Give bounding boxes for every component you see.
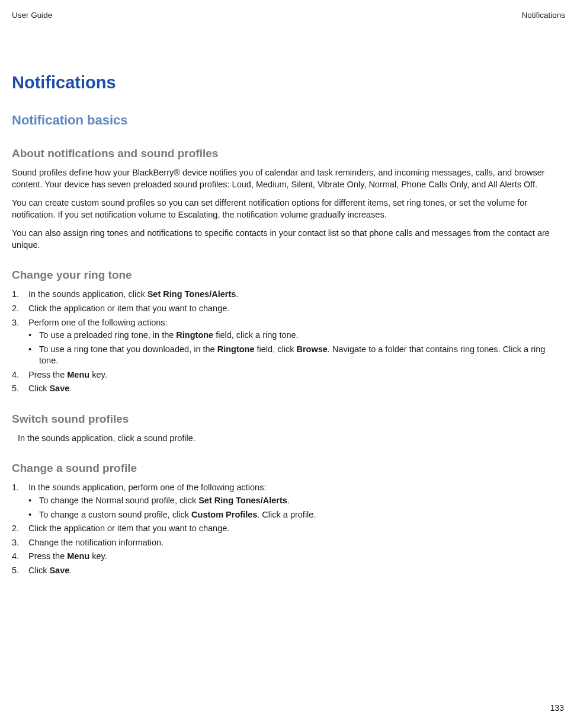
section-title: Notification basics <box>12 113 565 128</box>
bullet-item: To change the Normal sound profile, clic… <box>28 495 565 507</box>
subsection-switch: Switch sound profiles <box>12 413 565 426</box>
ordered-steps: In the sounds application, perform one o… <box>12 482 565 576</box>
step-item: Perform one of the following actions: To… <box>12 317 565 367</box>
step-item: Change the notification information. <box>12 537 565 549</box>
body-text: In the sounds application, click a sound… <box>18 433 565 445</box>
bullet-item: To change a custom sound profile, click … <box>28 509 565 521</box>
step-item: In the sounds application, perform one o… <box>12 482 565 521</box>
subsection-change-profile: Change a sound profile <box>12 462 565 475</box>
body-text: Sound profiles define how your BlackBerr… <box>12 167 565 190</box>
page-number: 133 <box>550 703 564 713</box>
body-text: You can create custom sound profiles so … <box>12 197 565 221</box>
subsection-about: About notifications and sound profiles <box>12 147 565 160</box>
step-item: In the sounds application, click Set Rin… <box>12 289 565 301</box>
body-text: You can also assign ring tones and notif… <box>12 228 565 251</box>
step-item: Click the application or item that you w… <box>12 303 565 315</box>
bullet-item: To use a preloaded ring tone, in the Rin… <box>28 330 565 341</box>
bullet-list: To use a preloaded ring tone, in the Rin… <box>28 330 565 367</box>
bullet-list: To change the Normal sound profile, clic… <box>28 495 565 521</box>
step-item: Press the Menu key. <box>12 369 565 381</box>
running-header: User Guide Notifications <box>12 11 565 20</box>
step-item: Click Save. <box>12 383 565 395</box>
ordered-steps: In the sounds application, click Set Rin… <box>12 289 565 395</box>
bullet-item: To use a ring tone that you downloaded, … <box>28 344 565 367</box>
header-left: User Guide <box>12 11 52 20</box>
chapter-title: Notifications <box>12 73 565 92</box>
step-item: Press the Menu key. <box>12 551 565 563</box>
step-item: Click Save. <box>12 565 565 577</box>
subsection-change-ring: Change your ring tone <box>12 269 565 282</box>
step-item: Click the application or item that you w… <box>12 523 565 535</box>
header-right: Notifications <box>521 11 565 20</box>
